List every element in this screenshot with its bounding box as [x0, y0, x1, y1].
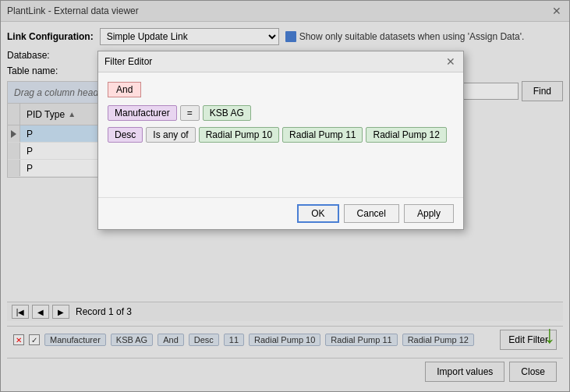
filter-rule2-value3[interactable]: Radial Pump 12	[366, 127, 446, 143]
filter-rule2-op[interactable]: Is any of	[146, 127, 195, 143]
filter-rule-2: Desc Is any of Radial Pump 10 Radial Pum…	[108, 127, 454, 143]
filter-rule1-value[interactable]: KSB AG	[203, 105, 251, 121]
and-button[interactable]: And	[108, 82, 141, 97]
filter-dialog-close-button[interactable]: ✕	[444, 55, 457, 68]
filter-dialog-content: And Manufacturer = KSB AG Desc Is any of…	[98, 72, 463, 197]
modal-overlay: Filter Editor ✕ And Manufacturer = KSB A…	[0, 0, 570, 392]
filter-cancel-button[interactable]: Cancel	[344, 204, 399, 223]
filter-dialog-title-bar: Filter Editor ✕	[98, 51, 463, 72]
filter-rule1-op[interactable]: =	[180, 105, 200, 121]
filter-rule-1: Manufacturer = KSB AG	[108, 105, 454, 121]
filter-dialog-footer: OK Cancel Apply	[98, 197, 463, 229]
filter-apply-button[interactable]: Apply	[404, 204, 454, 223]
filter-ok-button[interactable]: OK	[297, 204, 338, 223]
filter-rule2-field[interactable]: Desc	[108, 127, 143, 143]
filter-rule1-field[interactable]: Manufacturer	[108, 105, 177, 121]
filter-dialog-title-text: Filter Editor	[104, 56, 152, 67]
filter-editor-dialog: Filter Editor ✕ And Manufacturer = KSB A…	[97, 51, 464, 230]
filter-rule2-value1[interactable]: Radial Pump 10	[199, 127, 279, 143]
filter-rule2-value2[interactable]: Radial Pump 11	[282, 127, 363, 143]
